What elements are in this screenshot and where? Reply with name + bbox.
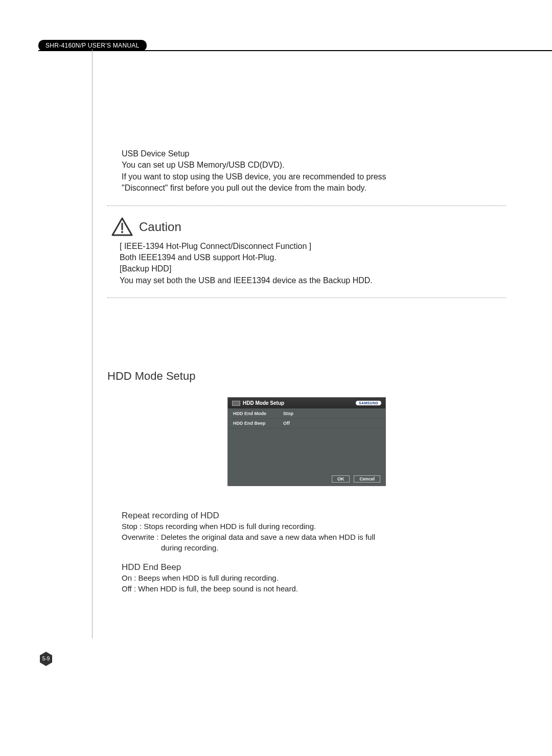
usb-line-2: You can set up USB Memory/USB CD(DVD). xyxy=(122,159,506,171)
osd-title-icon xyxy=(232,401,240,406)
caution-line-2: Both IEEE1394 and USB support Hot-Plug. xyxy=(120,252,506,263)
repeat-line-2a: Overwrite : Deletes the original data an… xyxy=(122,532,506,542)
osd-title-bar: HDD Mode Setup SAMSUNG xyxy=(228,398,385,409)
page-number-badge: 5-9 xyxy=(38,651,54,667)
repeat-line-2b: during recording. xyxy=(161,542,506,553)
usb-line-1: USB Device Setup xyxy=(122,148,506,159)
osd-ok-button: OK xyxy=(332,475,350,483)
osd-row-value: Stop xyxy=(283,411,380,416)
osd-body: HDD End Mode Stop HDD End Beep Off OK Ce… xyxy=(228,409,385,486)
usb-setup-block: USB Device Setup You can set up USB Memo… xyxy=(122,148,506,194)
repeat-recording-heading: Repeat recording of HDD xyxy=(122,511,506,521)
osd-row-label: HDD End Mode xyxy=(233,411,283,416)
hdd-end-beep-heading: HDD End Beep xyxy=(122,562,506,572)
vertical-divider xyxy=(92,49,93,638)
caution-title: Caution xyxy=(139,220,181,234)
osd-row: HDD End Mode Stop xyxy=(228,409,385,419)
caution-triangle-icon xyxy=(111,217,133,237)
dotted-divider-top xyxy=(107,205,506,206)
osd-title: HDD Mode Setup xyxy=(243,400,284,406)
caution-body: [ IEEE-1394 Hot-Plug Connect/Disconnect … xyxy=(120,241,506,287)
page-header: SHR-4160N/P USER'S MANUAL xyxy=(38,40,552,51)
osd-brand-badge: SAMSUNG xyxy=(356,401,381,405)
repeat-line-1: Stop : Stops recording when HDD is full … xyxy=(122,521,506,532)
main-content: USB Device Setup You can set up USB Memo… xyxy=(107,148,506,594)
hdd-mode-setup-heading: HDD Mode Setup xyxy=(107,370,506,383)
osd-button-row: OK Cencel xyxy=(332,475,380,483)
osd-screenshot: HDD Mode Setup SAMSUNG HDD End Mode Stop… xyxy=(227,397,386,486)
osd-cancel-button: Cencel xyxy=(354,475,380,483)
caution-line-3: [Backup HDD] xyxy=(120,263,506,274)
usb-line-3: If you want to stop using the USB device… xyxy=(122,171,506,182)
osd-row-value: Off xyxy=(283,421,380,426)
osd-row: HDD End Beep Off xyxy=(228,419,385,428)
svg-point-2 xyxy=(121,231,123,233)
beep-line-2: Off : When HDD is full, the beep sound i… xyxy=(122,583,506,594)
usb-line-4: "Disconnect" first before you pull out t… xyxy=(122,182,506,194)
osd-row-label: HDD End Beep xyxy=(233,421,283,426)
caution-line-1: [ IEEE-1394 Hot-Plug Connect/Disconnect … xyxy=(120,241,506,252)
page-number: 5-9 xyxy=(42,656,50,661)
caution-line-4: You may set both the USB and IEEE1394 de… xyxy=(120,275,506,286)
dotted-divider-bottom xyxy=(107,297,506,298)
caution-heading-row: Caution xyxy=(111,217,506,237)
beep-line-1: On : Beeps when HDD is full during recor… xyxy=(122,572,506,583)
